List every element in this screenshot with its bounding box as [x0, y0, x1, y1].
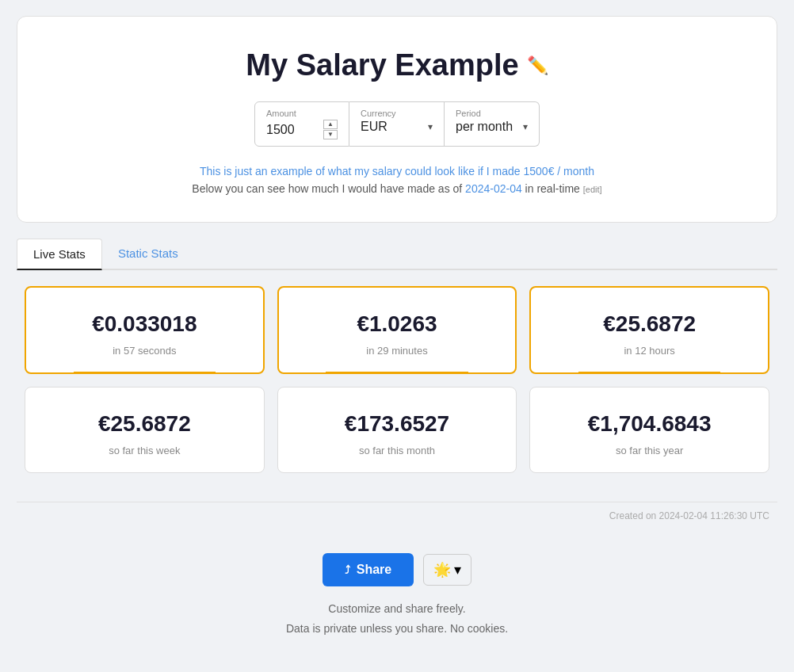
bottom-section: ⤴ Share 🌟 ▾ Customize and share freely. … [17, 529, 777, 647]
edit-link[interactable]: [edit] [583, 185, 602, 194]
stat-card-hours: €25.6872 in 12 hours [529, 286, 769, 374]
tabs: Live Stats Static Stats [17, 239, 777, 270]
amount-value-row: 1500 ▲ ▼ [266, 120, 338, 139]
stats-row-1: €0.033018 in 57 seconds €1.0263 in 29 mi… [17, 286, 777, 374]
stat-value-week: €25.6872 [41, 411, 248, 437]
tab-live-stats-label: Live Stats [33, 247, 86, 261]
description-line2-suffix: in real-time [522, 182, 580, 195]
stat-label-minutes: in 29 minutes [295, 345, 500, 357]
description-line1: This is just an example of what my salar… [200, 165, 594, 178]
period-label: Period [456, 109, 528, 118]
theme-chevron-icon: ▾ [454, 561, 461, 578]
theme-icon: 🌟 [433, 561, 451, 578]
stat-card-minutes: €1.0263 in 29 minutes [277, 286, 517, 374]
currency-label: Currency [361, 109, 433, 118]
stat-value-month: €173.6527 [294, 411, 501, 437]
stat-card-week: €25.6872 so far this week [25, 387, 265, 473]
period-control[interactable]: Period per month ▾ [445, 101, 540, 147]
stat-value-minutes: €1.0263 [295, 311, 500, 337]
amount-value: 1500 [266, 123, 295, 137]
theme-button[interactable]: 🌟 ▾ [423, 554, 471, 586]
description-date: 2024-02-04 [465, 182, 522, 195]
amount-control: Amount 1500 ▲ ▼ [254, 101, 349, 147]
page-title: My Salary Example ✏️ [41, 48, 753, 82]
share-row: ⤴ Share 🌟 ▾ [32, 553, 762, 586]
tagline-2: Data is private unless you share. No coo… [32, 619, 762, 639]
amount-label: Amount [266, 109, 338, 118]
tab-live-stats[interactable]: Live Stats [17, 239, 102, 270]
stat-label-seconds: in 57 seconds [42, 345, 247, 357]
period-value-row: per month ▾ [456, 120, 528, 134]
amount-stepper: ▲ ▼ [323, 120, 338, 139]
stat-label-hours: in 12 hours [547, 345, 752, 357]
tabs-container: Live Stats Static Stats [17, 239, 777, 270]
stat-label-month: so far this month [294, 445, 501, 456]
tab-static-stats[interactable]: Static Stats [102, 239, 194, 270]
created-text: Created on 2024-02-04 11:26:30 UTC [609, 510, 769, 521]
amount-up-button[interactable]: ▲ [323, 120, 338, 129]
footer-meta: Created on 2024-02-04 11:26:30 UTC [17, 502, 777, 529]
stat-card-month: €173.6527 so far this month [277, 387, 517, 473]
title-text: My Salary Example [246, 48, 518, 82]
share-label: Share [357, 563, 391, 577]
stat-label-week: so far this week [41, 445, 248, 456]
amount-down-button[interactable]: ▼ [323, 130, 338, 139]
share-button[interactable]: ⤴ Share [323, 553, 414, 586]
stat-value-hours: €25.6872 [547, 311, 752, 337]
tagline-1: Customize and share freely. [32, 599, 762, 619]
pencil-icon: ✏️ [527, 55, 548, 76]
stat-value-seconds: €0.033018 [42, 311, 247, 337]
currency-value: EUR [361, 120, 387, 134]
tab-static-stats-label: Static Stats [118, 246, 178, 260]
period-value: per month [456, 120, 513, 134]
stat-card-year: €1,704.6843 so far this year [529, 387, 769, 473]
currency-chevron-icon: ▾ [428, 121, 433, 132]
stat-value-year: €1,704.6843 [546, 411, 753, 437]
main-card: My Salary Example ✏️ Amount 1500 ▲ ▼ Cur… [17, 16, 777, 223]
controls-row: Amount 1500 ▲ ▼ Currency EUR ▾ Period pe… [41, 101, 753, 147]
share-icon: ⤴ [345, 563, 350, 576]
stat-label-year: so far this year [546, 445, 753, 456]
currency-control[interactable]: Currency EUR ▾ [349, 101, 445, 147]
period-chevron-icon: ▾ [523, 121, 528, 132]
footer-taglines: Customize and share freely. Data is priv… [32, 599, 762, 639]
description-line2-prefix: Below you can see how much I would have … [192, 182, 465, 195]
stats-row-2: €25.6872 so far this week €173.6527 so f… [17, 387, 777, 473]
description: This is just an example of what my salar… [41, 162, 753, 198]
stats-grid: €0.033018 in 57 seconds €1.0263 in 29 mi… [17, 270, 777, 502]
currency-value-row: EUR ▾ [361, 120, 433, 134]
stat-card-seconds: €0.033018 in 57 seconds [25, 286, 265, 374]
